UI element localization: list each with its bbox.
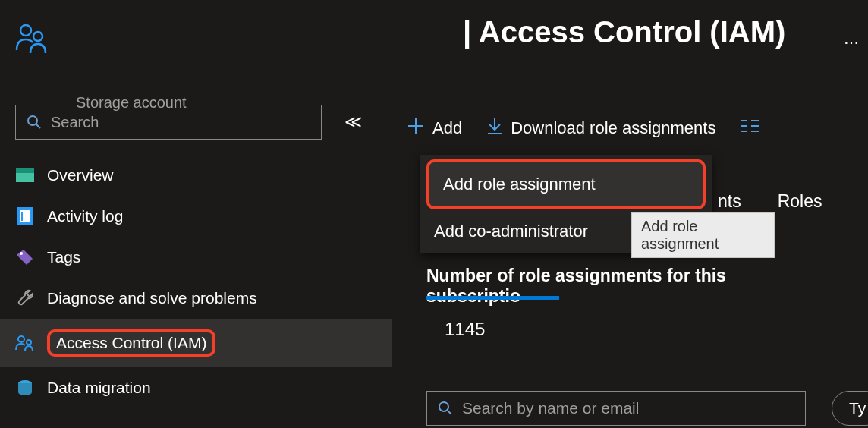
count-progress-bar xyxy=(426,296,859,300)
tab-roles[interactable]: Roles xyxy=(778,191,822,212)
svg-point-2 xyxy=(28,116,37,125)
svg-point-0 xyxy=(20,25,31,36)
svg-point-23 xyxy=(439,402,448,411)
svg-rect-5 xyxy=(16,168,34,173)
tags-icon xyxy=(15,247,35,267)
sidebar-item-label: Tags xyxy=(47,248,80,266)
svg-point-11 xyxy=(27,340,31,345)
database-icon xyxy=(15,378,35,398)
users-small-icon xyxy=(15,333,35,353)
svg-point-1 xyxy=(33,32,42,41)
more-icon[interactable]: ⋯ xyxy=(844,33,860,52)
download-role-assignments-button[interactable]: Download role assignments xyxy=(486,117,715,140)
sidebar-item-label: Activity log xyxy=(47,207,123,225)
add-role-assignment-item[interactable]: Add role assignment xyxy=(426,159,706,209)
sidebar-item-data-migration[interactable]: Data migration xyxy=(0,367,392,408)
sidebar-item-tags[interactable]: Tags xyxy=(0,237,392,278)
sidebar-item-label: Access Control (IAM) xyxy=(47,329,215,357)
columns-icon xyxy=(740,118,760,138)
svg-line-3 xyxy=(36,124,40,128)
collapse-icon[interactable]: ≪ xyxy=(344,112,362,132)
sidebar-item-label: Overview xyxy=(47,166,114,184)
tooltip: Add role assignment xyxy=(631,212,775,258)
download-icon xyxy=(486,117,503,140)
resource-type-label: Storage account xyxy=(76,94,187,112)
sidebar-item-label: Data migration xyxy=(47,379,151,397)
search-by-name-input[interactable]: Search by name or email xyxy=(426,391,806,426)
tab-assignments-partial[interactable]: nts xyxy=(718,191,741,212)
sidebar-item-access-control[interactable]: Access Control (IAM) xyxy=(0,319,392,367)
sidebar-item-overview[interactable]: Overview xyxy=(0,155,392,196)
users-icon xyxy=(15,23,52,57)
edit-columns-button[interactable] xyxy=(740,118,760,138)
assignment-count-value: 1145 xyxy=(445,319,485,340)
search-icon xyxy=(438,401,453,416)
search-icon xyxy=(27,115,42,130)
svg-rect-8 xyxy=(21,212,23,221)
sidebar-item-activity-log[interactable]: Activity log xyxy=(0,196,392,237)
sidebar-item-diagnose[interactable]: Diagnose and solve problems xyxy=(0,278,392,319)
type-filter-button[interactable]: Ty xyxy=(832,391,868,426)
svg-point-9 xyxy=(20,252,23,255)
svg-line-24 xyxy=(448,411,451,414)
add-button[interactable]: Add xyxy=(407,117,462,140)
overview-icon xyxy=(15,165,35,185)
sidebar-item-label: Diagnose and solve problems xyxy=(47,289,257,307)
assignment-count-heading: Number of role assignments for this subs… xyxy=(426,266,775,307)
wrench-icon xyxy=(15,288,35,308)
svg-point-10 xyxy=(18,336,24,342)
activity-log-icon xyxy=(15,206,35,226)
plus-icon xyxy=(407,117,425,140)
